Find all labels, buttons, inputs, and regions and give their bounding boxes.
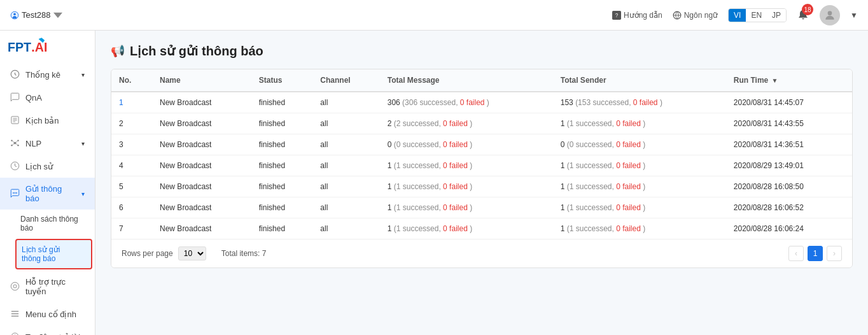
table-row: 6New Broadcastfinishedall1 (1 successed,… [111, 197, 852, 218]
cell-total-message: 1 (1 successed, 0 failed ) [380, 155, 553, 176]
bot-selector[interactable]: Test288 [10, 10, 62, 20]
table-row: 5New Broadcastfinishedall1 (1 successed,… [111, 176, 852, 197]
sidebar-label-qna: QnA [25, 93, 42, 103]
thong-ke-icon [10, 69, 20, 80]
next-page-button[interactable]: › [827, 246, 842, 261]
sidebar-item-ho-tro-truc-tuyen[interactable]: Hỗ trợ trực tuyến [0, 271, 95, 303]
main-layout: FPT .AI Thống kê ▾ QnA Kịch bản [0, 31, 868, 335]
svg-point-14 [17, 145, 19, 146]
sidebar-item-gui-thong-bao[interactable]: Gửi thông báo ▾ [0, 178, 95, 210]
sidebar-item-danh-sach-thong-bao[interactable]: Danh sách thông báo [15, 210, 95, 238]
kich-ban-icon [10, 115, 20, 125]
sidebar-item-thong-ke[interactable]: Thống kê ▾ [0, 63, 95, 86]
table-row: 3New Broadcastfinishedall0 (0 successed,… [111, 134, 852, 155]
tu-dong-tra-loi-icon [10, 332, 20, 335]
sidebar-label-thong-ke: Thống kê [25, 70, 60, 80]
svg-point-19 [11, 282, 19, 290]
cell-total-sender: 1 (1 successed, 0 failed ) [553, 176, 726, 197]
svg-point-18 [16, 192, 17, 194]
sidebar-label-ho-tro-truc-tuyen: Hỗ trợ trực tuyến [25, 277, 85, 296]
sidebar-item-menu-co-dinh[interactable]: Menu cố định [0, 303, 95, 325]
sidebar-label-lich-su: Lịch sử [25, 162, 53, 171]
svg-point-17 [15, 192, 16, 194]
svg-point-12 [17, 140, 19, 142]
cell-total-sender: 1 (1 successed, 0 failed ) [553, 197, 726, 218]
cell-total-message: 0 (0 successed, 0 failed ) [380, 134, 553, 155]
cell-status: finished [251, 92, 313, 113]
page-title-row: 📢 Lịch sử gửi thông báo [111, 43, 853, 59]
menu-co-dinh-icon [10, 309, 20, 319]
table-row: 1New Broadcastfinishedall306 (306 succes… [111, 92, 852, 113]
nlp-icon [10, 138, 20, 148]
sidebar-item-nlp[interactable]: NLP ▾ [0, 132, 95, 155]
lang-jp-button[interactable]: JP [767, 9, 786, 22]
rows-per-page-label: Rows per page [122, 249, 173, 258]
cell-no: 7 [111, 218, 152, 239]
topbar-right: ? Hướng dẫn Ngôn ngữ VI EN JP 18 ▼ [612, 5, 858, 25]
table-row: 2New Broadcastfinishedall2 (2 successed,… [111, 113, 852, 134]
logo-area: FPT .AI [0, 31, 95, 63]
sort-icon: ▼ [772, 77, 778, 84]
sidebar-label-nlp: NLP [25, 139, 41, 148]
cell-channel: all [312, 134, 379, 155]
cell-no: 1 [111, 92, 152, 113]
svg-text:.AI: .AI [31, 40, 47, 54]
cell-status: finished [251, 197, 313, 218]
table-row: 4New Broadcastfinishedall1 (1 successed,… [111, 155, 852, 176]
chevron-thong-ke: ▾ [81, 71, 85, 78]
table-header-row: No. Name Status Channel Total Message To… [111, 69, 852, 92]
prev-page-button[interactable]: ‹ [788, 246, 804, 261]
col-total-message: Total Message [380, 69, 553, 92]
page-title: Lịch sử gửi thông báo [130, 43, 263, 59]
cell-no: 4 [111, 155, 152, 176]
row-no-link[interactable]: 1 [119, 98, 123, 107]
cell-channel: all [312, 113, 379, 134]
cell-total-sender: 1 (1 successed, 0 failed ) [553, 155, 726, 176]
avatar[interactable] [820, 5, 840, 25]
sidebar-item-lich-su-gui-thong-bao[interactable]: Lịch sử gửi thông báo [15, 239, 92, 269]
col-no: No. [111, 69, 152, 92]
cell-total-message: 1 (1 successed, 0 failed ) [380, 218, 553, 239]
main-content: 📢 Lịch sử gửi thông báo No. Name Status … [95, 31, 868, 335]
cell-name: New Broadcast [152, 155, 251, 176]
lang-en-button[interactable]: EN [746, 9, 767, 22]
cell-total-message: 2 (2 successed, 0 failed ) [380, 113, 553, 134]
cell-name: New Broadcast [152, 92, 251, 113]
chevron-gui-thong-bao: ▾ [81, 190, 85, 197]
page-1-button[interactable]: 1 [808, 246, 823, 261]
cell-no: 6 [111, 197, 152, 218]
lang-vi-button[interactable]: VI [729, 9, 746, 22]
svg-point-16 [13, 192, 14, 194]
cell-name: New Broadcast [152, 197, 251, 218]
sidebar-item-tu-dong-tra-loi[interactable]: Tự động trả lời [0, 325, 95, 335]
sidebar-label-tu-dong-tra-loi: Tự động trả lời [25, 332, 80, 336]
ho-tro-icon [10, 282, 20, 292]
notification-button[interactable]: 18 [797, 8, 809, 22]
sidebar-item-kich-ban[interactable]: Kịch bản [0, 109, 95, 132]
cell-name: New Broadcast [152, 176, 251, 197]
cell-total-message: 1 (1 successed, 0 failed ) [380, 176, 553, 197]
cell-run-time: 2020/08/31 14:45:07 [726, 92, 852, 113]
cell-total-sender: 0 (0 successed, 0 failed ) [553, 134, 726, 155]
cell-total-message: 1 (1 successed, 0 failed ) [380, 197, 553, 218]
user-info[interactable]: ▼ [850, 11, 858, 20]
sidebar-item-qna[interactable]: QnA [0, 86, 95, 109]
col-name: Name [152, 69, 251, 92]
cell-run-time: 2020/08/28 16:08:50 [726, 176, 852, 197]
svg-point-13 [11, 145, 13, 146]
rows-per-page-select[interactable]: 10 25 50 [178, 246, 206, 260]
guide-link[interactable]: ? Hướng dẫn [612, 11, 662, 20]
col-run-time[interactable]: Run Time ▼ [726, 69, 852, 92]
cell-name: New Broadcast [152, 113, 251, 134]
total-items: Total items: 7 [221, 249, 267, 258]
cell-status: finished [251, 113, 313, 134]
sidebar-item-lich-su[interactable]: Lịch sử [0, 155, 95, 178]
table-card: No. Name Status Channel Total Message To… [111, 69, 853, 268]
pagination-row: Rows per page 10 25 50 Total items: 7 ‹ … [111, 239, 852, 267]
cell-run-time: 2020/08/31 14:36:51 [726, 134, 852, 155]
cell-no: 5 [111, 176, 152, 197]
cell-channel: all [312, 155, 379, 176]
chevron-nlp: ▾ [81, 140, 85, 147]
cell-status: finished [251, 134, 313, 155]
sidebar-sub-gui-thong-bao: Danh sách thông báo Lịch sử gửi thông bá… [0, 210, 95, 269]
